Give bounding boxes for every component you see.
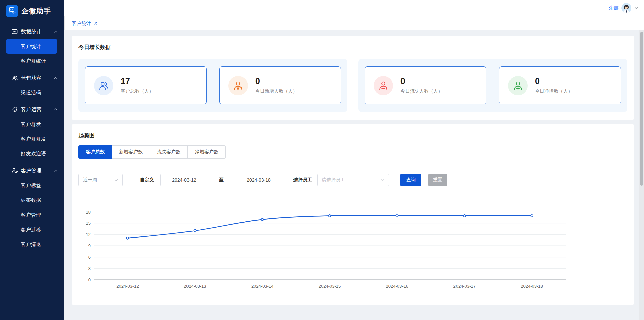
sidebar-group-header[interactable]: 数据统计 — [0, 24, 64, 39]
chart-data-point — [261, 218, 264, 221]
stat-value: 17 — [121, 77, 154, 85]
stat-card-strip: 0今日流失人数（人）0今日净增数（人） — [358, 59, 627, 112]
stat-value: 0 — [255, 77, 298, 85]
stat-card-strip: 17客户总数（人）0今日新增人数（人） — [78, 59, 347, 112]
sidebar-group-header[interactable]: 营销获客 — [0, 71, 64, 85]
sidebar-menu: 数据统计客户统计客户群统计营销获客渠道活码客户运营客户群发客户群群发好友欢迎语客… — [0, 21, 64, 252]
chart-image-icon — [11, 28, 18, 35]
x-axis-tick-label: 2024-03-12 — [116, 284, 139, 289]
date-range-select[interactable]: 近一周 — [78, 174, 123, 186]
date-end-value[interactable]: 2024-03-18 — [247, 177, 271, 183]
sidebar-group-header[interactable]: 客户运营 — [0, 102, 64, 117]
date-start-value[interactable]: 2024-03-12 — [172, 177, 196, 183]
stats-title: 今日增长数据 — [78, 44, 627, 51]
employee-select[interactable]: 请选择员工 — [317, 174, 389, 186]
app-logo-icon: 企 — [6, 5, 18, 17]
sidebar-group-header[interactable]: 客户管理 — [0, 163, 64, 178]
main-content: 今日增长数据 17客户总数（人）0今日新增人数（人）0今日流失人数（人）0今日净… — [64, 30, 644, 320]
chart-data-point — [531, 215, 533, 217]
sidebar-item[interactable]: 客户标签 — [0, 178, 64, 193]
trend-panel: 趋势图 客户总数新增客户数流失客户数净增客户数 近一周 自定义 2024-03-… — [72, 124, 634, 305]
stat-card: 17客户总数（人） — [85, 66, 207, 104]
sidebar-item[interactable]: 客户清退 — [0, 237, 64, 252]
y-axis-tick-label: 9 — [88, 243, 91, 248]
chevron-up-icon[interactable] — [54, 30, 58, 34]
employee-select-placeholder: 请选择员工 — [322, 177, 345, 183]
stat-card: 0今日净增数（人） — [499, 66, 621, 104]
chart-svg: 03691215182024-03-122024-03-132024-03-14… — [78, 204, 575, 294]
person-new-icon — [228, 76, 248, 95]
user-menu-trigger[interactable]: 余鑫 — [609, 3, 639, 13]
service-icon — [11, 106, 18, 113]
sidebar-item[interactable]: 客户群统计 — [0, 54, 64, 68]
y-axis-tick-label: 12 — [86, 232, 91, 237]
person-minus-icon — [374, 76, 393, 95]
sidebar-item[interactable]: 客户统计 — [6, 39, 57, 54]
reset-button[interactable]: 重置 — [428, 174, 447, 186]
sidebar-item[interactable]: 标签数据 — [0, 193, 64, 208]
sidebar-item[interactable]: 客户群群发 — [0, 132, 64, 146]
user-avatar[interactable] — [621, 3, 631, 13]
sidebar-group-3: 客户管理客户标签标签数据客户管理客户迁移客户清退 — [0, 163, 64, 252]
metric-tab[interactable]: 净增客户数 — [188, 145, 226, 159]
sidebar-item[interactable]: 渠道活码 — [0, 85, 64, 100]
employee-label: 选择员工 — [293, 177, 312, 183]
sidebar-group-0: 数据统计客户统计客户群统计 — [0, 24, 64, 68]
sidebar-item[interactable]: 客户迁移 — [0, 222, 64, 237]
stat-label: 今日流失人数（人） — [400, 88, 443, 94]
x-axis-tick-label: 2024-03-14 — [251, 284, 274, 289]
custom-range-label: 自定义 — [140, 177, 154, 183]
chart-data-point — [329, 215, 331, 217]
stat-text: 0今日流失人数（人） — [400, 77, 443, 94]
stat-value: 0 — [535, 77, 573, 85]
stats-row: 17客户总数（人）0今日新增人数（人）0今日流失人数（人）0今日净增数（人） — [78, 59, 627, 112]
username: 余鑫 — [609, 5, 619, 11]
app-title: 企微助手 — [21, 6, 51, 16]
sidebar-group-label: 客户运营 — [21, 106, 41, 113]
x-axis-tick-label: 2024-03-15 — [319, 284, 341, 289]
metric-tab[interactable]: 客户总数 — [78, 145, 112, 159]
x-axis-tick-label: 2024-03-17 — [453, 284, 476, 289]
y-axis-tick-label: 18 — [86, 210, 91, 215]
y-axis-tick-label: 3 — [88, 266, 91, 271]
sidebar: 企 企微助手 数据统计客户统计客户群统计营销获客渠道活码客户运营客户群发客户群群… — [0, 0, 64, 320]
chevron-up-icon[interactable] — [54, 107, 58, 111]
date-range-select-value: 近一周 — [83, 177, 97, 183]
x-axis-tick-label: 2024-03-16 — [386, 284, 409, 289]
query-button[interactable]: 查询 — [400, 174, 421, 186]
date-separator: 至 — [219, 177, 224, 183]
tab-close-icon[interactable] — [94, 21, 98, 25]
sidebar-group-1: 营销获客渠道活码 — [0, 71, 64, 100]
sidebar-item[interactable]: 客户群发 — [0, 117, 64, 132]
trend-line-chart: 03691215182024-03-122024-03-132024-03-14… — [78, 204, 627, 294]
sidebar-item[interactable]: 客户管理 — [0, 208, 64, 222]
chevron-down-icon — [380, 178, 385, 182]
stat-value: 0 — [400, 77, 443, 85]
metric-tab[interactable]: 流失客户数 — [150, 145, 188, 159]
person-plus-icon — [508, 76, 528, 95]
date-range-input[interactable]: 2024-03-12 至 2024-03-18 — [160, 174, 282, 186]
y-axis-tick-label: 0 — [88, 277, 91, 282]
metric-tabs: 客户总数新增客户数流失客户数净增客户数 — [78, 145, 627, 159]
sidebar-group-label: 数据统计 — [21, 29, 41, 35]
chevron-up-icon[interactable] — [54, 76, 58, 80]
chevron-down-icon — [634, 6, 639, 10]
vertical-scrollbar — [639, 30, 644, 320]
app-logo: 企 企微助手 — [0, 0, 64, 21]
svg-text:企: 企 — [12, 11, 16, 14]
stat-text: 17客户总数（人） — [121, 77, 154, 94]
stat-label: 今日净增数（人） — [535, 88, 573, 94]
metric-tab[interactable]: 新增客户数 — [112, 145, 150, 159]
stat-card: 0今日新增人数（人） — [219, 66, 341, 104]
scrollbar-thumb[interactable] — [640, 32, 643, 186]
stat-text: 0今日新增人数（人） — [255, 77, 298, 94]
x-axis-tick-label: 2024-03-18 — [521, 284, 543, 289]
tab-customer-stats[interactable]: 客户统计 — [64, 16, 105, 30]
customers-total-icon — [94, 76, 113, 95]
chevron-up-icon[interactable] — [54, 169, 58, 173]
person-edit-icon — [11, 167, 18, 174]
users-group-icon — [11, 75, 18, 81]
stats-panel: 今日增长数据 17客户总数（人）0今日新增人数（人）0今日流失人数（人）0今日净… — [72, 36, 634, 120]
sidebar-group-2: 客户运营客户群发客户群群发好友欢迎语 — [0, 102, 64, 161]
sidebar-item[interactable]: 好友欢迎语 — [0, 146, 64, 161]
